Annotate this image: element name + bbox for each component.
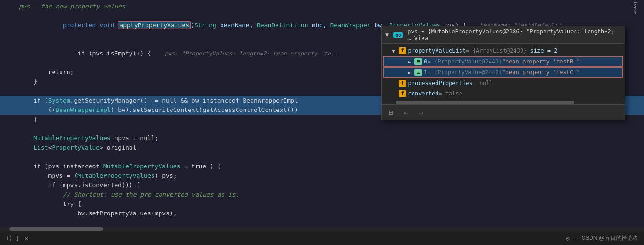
tree-row-index0[interactable]: ▶ ≡ 0 = {PropertyValue@2441} "bean prope… — [383, 56, 623, 67]
line-content: MutablePropertyValues mpvs = null; — [19, 134, 640, 143]
back-arrow-icon[interactable]: ← — [400, 107, 412, 118]
line-content: // Shortcut: use the pre-converted value… — [19, 190, 640, 199]
indent — [385, 90, 392, 97]
bracket-label: () ] — [6, 235, 19, 242]
line-content: if (pvs instanceof MutablePropertyValues… — [19, 162, 640, 171]
debug-popup-footer: ⊞ ← → — [382, 104, 625, 120]
tree-row-propertyValueList[interactable]: ▼ f propertyValueList = {ArrayList@2439}… — [382, 46, 625, 56]
tree-row-processedProperties[interactable]: ▶ f processedProperties = null — [382, 78, 625, 88]
bottom-right: ⚙ — CSDN @盲目的拾荒者 — [566, 234, 638, 242]
line-content — [19, 152, 640, 162]
horizontal-scrollbar[interactable] — [0, 227, 644, 231]
code-text: if (pvs.isEmpty()) { — [63, 50, 151, 57]
param: beanName, — [216, 22, 257, 29]
tree-label: processedProperties — [408, 80, 472, 87]
inline-hint: pvs: "PropertyValues: length=2; bean pro… — [151, 50, 341, 57]
bottom-left: () ] ✕ — [6, 235, 28, 242]
list-icon: ≡ — [414, 69, 422, 76]
oo-badge: oo — [393, 32, 403, 38]
code-line — [0, 152, 644, 162]
tree-size: size = 2 — [530, 47, 558, 54]
line-content: bw.setPropertyValues(mpvs); — [19, 209, 640, 218]
tree-label: converted — [408, 90, 438, 97]
code-line: if (mpvs.isConverted()) { — [0, 181, 644, 190]
debug-tree: ▼ f propertyValueList = {ArrayList@2439}… — [382, 44, 625, 101]
type: MutablePropertyValues — [77, 172, 154, 179]
line-content: if (mpvs.isConverted()) { — [19, 181, 640, 190]
line-content: try { — [19, 199, 640, 209]
type: List — [33, 144, 48, 151]
code-line: List<PropertyValue> original; — [0, 143, 644, 152]
tree-label: propertyValueList — [408, 47, 466, 54]
popup-scrollbar[interactable] — [382, 101, 625, 104]
tree-expand-arrow[interactable]: ▶ — [408, 59, 414, 64]
tree-expand-arrow: ▶ — [392, 91, 399, 96]
method-name: applyPropertyValues — [118, 21, 191, 29]
scrollbar-thumb[interactable] — [9, 227, 103, 231]
list-icon: ≡ — [414, 58, 422, 65]
grid-icon[interactable]: ⊞ — [385, 107, 397, 118]
code-line: try { — [0, 199, 644, 209]
code-line: // Shortcut: use the pre-converted value… — [0, 190, 644, 199]
tree-expand-arrow[interactable]: ▼ — [392, 48, 399, 54]
tree-meta: = {PropertyValue@2442} — [428, 69, 502, 76]
tree-label: 0 — [424, 58, 427, 65]
code-text: ( — [191, 22, 194, 29]
code-line: mpvs = (MutablePropertyValues) pvs; — [0, 171, 644, 181]
type: BeanWrapper — [330, 22, 371, 29]
debug-header-label: pvs = {MutablePropertyValues@2386} "Prop… — [407, 28, 621, 41]
field-icon: f — [399, 47, 406, 54]
code-line: pvs – the new property values — [0, 2, 644, 11]
keyword: protected — [63, 22, 100, 29]
field-icon: f — [399, 90, 406, 97]
line-content: pvs – the new property values — [19, 2, 640, 11]
line-content: List<PropertyValue> original; — [19, 143, 640, 152]
debug-popup-header: ▼ oo pvs = {MutablePropertyValues@2386} … — [382, 26, 625, 44]
line-content — [19, 124, 640, 134]
code-line: if (pvs instanceof MutablePropertyValues… — [0, 162, 644, 171]
line-content: mpvs = (MutablePropertyValues) pvs; — [19, 171, 640, 181]
tree-row-index1[interactable]: ▶ ≡ 1 = {PropertyValue@2442} "bean prope… — [383, 67, 623, 78]
tree-expand-arrow: ▶ — [392, 81, 399, 86]
keyword: void — [100, 22, 118, 29]
tree-meta: = null — [473, 80, 493, 87]
close-icon[interactable]: ✕ — [25, 235, 28, 242]
tree-meta: = {ArrayList@2439} — [466, 47, 530, 54]
code-area: pvs – the new property values protected … — [0, 0, 644, 231]
tree-label: 1 — [424, 69, 427, 76]
watermark: CSDN @盲目的拾荒者 — [581, 234, 638, 242]
tree-meta: = false — [438, 90, 462, 97]
indent — [385, 80, 392, 87]
type: MutablePropertyValues — [33, 134, 110, 142]
param: mbd, — [308, 22, 330, 29]
code-line: bw.setPropertyValues(mpvs); — [0, 209, 644, 218]
base-label: base — [632, 0, 638, 16]
tree-row-converted[interactable]: ▶ f converted = false — [382, 88, 625, 99]
field-icon: f — [399, 80, 406, 87]
indent — [388, 69, 408, 76]
type: BeanWrapperImpl — [55, 106, 110, 113]
indent — [385, 47, 392, 54]
indent — [388, 58, 408, 65]
type: PropertyValue — [52, 144, 100, 151]
tree-meta: = {PropertyValue@2441} — [428, 58, 502, 65]
tree-collapse-arrow[interactable]: ▼ — [385, 32, 389, 38]
tree-value: "bean property 'testC'" — [502, 69, 580, 76]
type: MutablePropertyValues — [103, 163, 180, 170]
bottom-bar: () ] ✕ ⚙ — CSDN @盲目的拾荒者 — [0, 231, 644, 245]
type: System — [48, 97, 70, 104]
type: String — [194, 22, 216, 29]
debug-popup: ▼ oo pvs = {MutablePropertyValues@2386} … — [381, 26, 625, 120]
forward-arrow-icon[interactable]: → — [415, 107, 427, 118]
type: BeanDefinition — [257, 22, 308, 29]
settings-icon[interactable]: ⚙ — [566, 235, 570, 242]
main-container: pvs – the new property values protected … — [0, 0, 644, 245]
code-line — [0, 124, 644, 134]
tree-expand-arrow[interactable]: ▶ — [408, 70, 414, 75]
code-line: MutablePropertyValues mpvs = null; — [0, 134, 644, 143]
minimize-icon[interactable]: — — [574, 235, 577, 242]
popup-scrollbar-thumb[interactable] — [396, 101, 574, 104]
tree-value: "bean property 'testB'" — [502, 58, 580, 65]
